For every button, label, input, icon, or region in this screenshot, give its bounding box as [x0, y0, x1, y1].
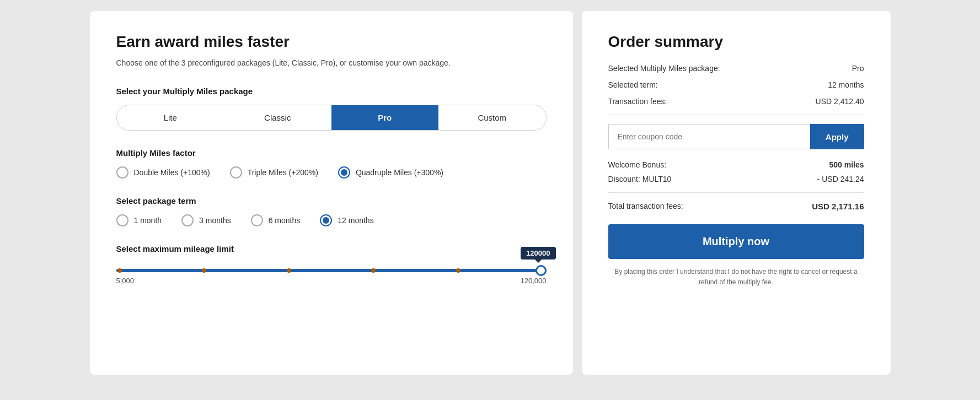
discount-value: - USD 241.24 — [817, 175, 864, 183]
term-1month-label: 1 month — [134, 216, 162, 225]
summary-row-term: Selected term: 12 months — [608, 80, 864, 89]
apply-button[interactable]: Apply — [810, 124, 864, 149]
radio-circle-6months — [251, 214, 263, 226]
summary-row-fees: Transaction fees: USD 2,412.40 — [608, 97, 864, 106]
slider-wrapper: 120000 — [116, 269, 547, 272]
slider-dot-1 — [117, 268, 122, 273]
package-section-title: Select your Multiply Miles package — [116, 87, 547, 96]
page-subtitle: Choose one of the 3 preconfigured packag… — [116, 57, 547, 69]
slider-tooltip: 120000 — [521, 247, 555, 260]
disclaimer-text: By placing this order I understand that … — [608, 267, 864, 288]
discount-row: Discount: MULT10 - USD 241.24 — [608, 175, 864, 183]
divider-1 — [608, 115, 864, 115]
term-12months-label: 12 months — [338, 216, 373, 225]
factor-quadruple[interactable]: Quadruple Miles (+300%) — [338, 166, 443, 179]
bonus-row: Welcome Bonus: 500 miles — [608, 160, 864, 169]
term-section: Select package term 1 month 3 months 6 m… — [116, 196, 547, 226]
tab-lite[interactable]: Lite — [117, 105, 224, 130]
order-summary-title: Order summary — [608, 33, 864, 51]
package-tabs: Lite Classic Pro Custom — [116, 105, 547, 131]
bonus-value: 500 miles — [829, 160, 864, 169]
right-panel: Order summary Selected Multiply Miles pa… — [582, 11, 891, 375]
slider-dot-5 — [456, 268, 460, 273]
radio-circle-1month — [116, 214, 128, 226]
tab-classic[interactable]: Classic — [224, 105, 331, 130]
factor-section: Multiply Miles factor Double Miles (+100… — [116, 148, 547, 179]
slider-dots — [116, 268, 547, 273]
summary-term-label: Selected term: — [608, 80, 658, 89]
term-3months[interactable]: 3 months — [181, 214, 231, 226]
summary-row-package: Selected Multiply Miles package: Pro — [608, 64, 864, 73]
factor-double-label: Double Miles (+100%) — [134, 168, 210, 177]
mileage-section-title: Select maximum mileage limit — [116, 244, 547, 253]
slider-labels: 5,000 120,000 — [116, 277, 547, 285]
slider-dot-4 — [371, 268, 376, 273]
multiply-now-button[interactable]: Multiply now — [608, 224, 864, 259]
bonus-label: Welcome Bonus: — [608, 160, 667, 169]
summary-package-value: Pro — [852, 64, 864, 73]
radio-circle-triple — [230, 166, 242, 179]
summary-package-label: Selected Multiply Miles package: — [608, 64, 720, 73]
summary-fees-label: Transaction fees: — [608, 97, 667, 106]
term-1month[interactable]: 1 month — [116, 214, 162, 226]
radio-circle-12months — [320, 214, 332, 226]
summary-term-value: 12 months — [828, 80, 864, 89]
factor-radio-group: Double Miles (+100%) Triple Miles (+200%… — [116, 166, 547, 179]
term-6months[interactable]: 6 months — [251, 214, 301, 226]
tab-custom[interactable]: Custom — [438, 105, 546, 130]
factor-double[interactable]: Double Miles (+100%) — [116, 166, 210, 179]
slider-track[interactable]: 120000 — [116, 269, 547, 272]
divider-2 — [608, 192, 864, 193]
total-label: Total transaction fees: — [608, 202, 683, 211]
page-title: Earn award miles faster — [116, 33, 547, 51]
coupon-row: Apply — [608, 124, 864, 149]
slider-max-label: 120,000 — [521, 277, 547, 285]
factor-section-title: Multiply Miles factor — [116, 148, 547, 158]
total-value: USD 2,171.16 — [812, 202, 864, 211]
term-radio-group: 1 month 3 months 6 months 12 months — [116, 214, 547, 226]
term-section-title: Select package term — [116, 196, 547, 206]
term-12months[interactable]: 12 months — [320, 214, 373, 226]
radio-circle-3months — [181, 214, 194, 226]
radio-circle-double — [116, 166, 128, 179]
package-section: Select your Multiply Miles package Lite … — [116, 87, 547, 131]
slider-dot-3 — [287, 268, 291, 273]
slider-container: 120000 5,000 120,000 — [116, 269, 547, 285]
term-6months-label: 6 months — [269, 216, 301, 225]
coupon-input[interactable] — [608, 124, 810, 149]
slider-min-label: 5,000 — [116, 277, 135, 285]
mileage-section: Select maximum mileage limit 120000 — [116, 244, 547, 285]
slider-thumb[interactable]: 120000 — [535, 265, 547, 276]
left-panel: Earn award miles faster Choose one of th… — [90, 11, 573, 375]
summary-fees-value: USD 2,412.40 — [816, 97, 864, 106]
total-row: Total transaction fees: USD 2,171.16 — [608, 202, 864, 211]
tab-pro[interactable]: Pro — [331, 105, 439, 130]
discount-label: Discount: MULT10 — [608, 175, 672, 183]
factor-quadruple-label: Quadruple Miles (+300%) — [356, 168, 443, 177]
term-3months-label: 3 months — [199, 216, 231, 225]
factor-triple-label: Triple Miles (+200%) — [248, 168, 318, 177]
factor-triple[interactable]: Triple Miles (+200%) — [230, 166, 318, 179]
slider-dot-2 — [202, 268, 206, 273]
radio-circle-quadruple — [338, 166, 350, 179]
